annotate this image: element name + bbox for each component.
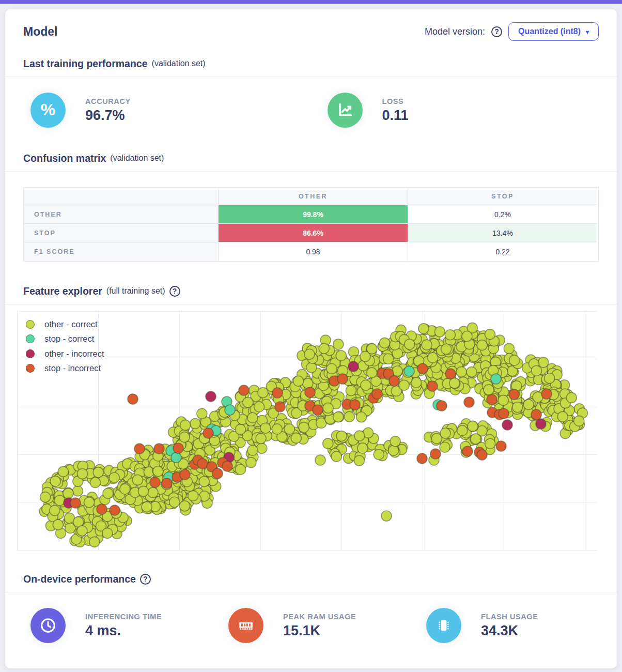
metric-halo bbox=[221, 601, 271, 650]
line-chart-icon bbox=[336, 101, 354, 119]
flash-usage-value: 34.3K bbox=[481, 623, 538, 639]
metric-halo bbox=[320, 85, 370, 135]
legend-swatch bbox=[26, 364, 35, 373]
legend-item-stop-incorrect[interactable]: stop - incorrect bbox=[26, 361, 104, 376]
matrix-col-other: OTHER bbox=[219, 188, 408, 205]
loss-value: 0.11 bbox=[382, 108, 409, 124]
confusion-matrix-heading: Confusion matrix (validation set) bbox=[5, 151, 617, 165]
ondevice-metrics-row: INFERENCING TIME 4 ms. bbox=[5, 601, 617, 650]
inferencing-time-value: 4 ms. bbox=[85, 623, 162, 639]
feature-explorer-chart[interactable]: other - correct stop - correct other - i… bbox=[5, 304, 617, 556]
loss-label: LOSS bbox=[382, 97, 409, 105]
flash-usage-metric: FLASH USAGE 34.3K bbox=[419, 601, 617, 650]
clock-icon bbox=[39, 616, 57, 635]
matrix-cell-other-other: 99.8% bbox=[219, 205, 408, 224]
chart-legend: other - correct stop - correct other - i… bbox=[26, 317, 104, 376]
matrix-row-label-stop: STOP bbox=[24, 224, 219, 242]
legend-item-stop-correct[interactable]: stop - correct bbox=[26, 332, 104, 347]
legend-swatch bbox=[26, 334, 35, 343]
confusion-matrix-title: Confusion matrix bbox=[23, 151, 106, 165]
feature-explorer-subtitle: (full training set) bbox=[106, 284, 165, 298]
page-title: Model bbox=[23, 25, 57, 39]
legend-label: stop - correct bbox=[44, 334, 94, 344]
ondevice-performance-title: On-device performance bbox=[23, 572, 136, 586]
loss-circle bbox=[328, 93, 363, 128]
matrix-row-label-other: OTHER bbox=[24, 205, 219, 224]
model-version-value: Quantized (int8) bbox=[518, 27, 581, 36]
divider bbox=[5, 171, 617, 172]
accuracy-metric: % ACCURACY 96.7% bbox=[23, 85, 320, 135]
flash-usage-label: FLASH USAGE bbox=[481, 613, 538, 621]
help-icon[interactable]: ? bbox=[169, 286, 180, 297]
help-icon[interactable]: ? bbox=[491, 26, 502, 37]
inferencing-time-metric: INFERENCING TIME 4 ms. bbox=[23, 601, 221, 650]
divider bbox=[5, 592, 617, 592]
help-icon[interactable]: ? bbox=[140, 574, 151, 585]
percent-icon: % bbox=[41, 100, 55, 119]
top-accent-bar bbox=[0, 0, 622, 4]
legend-swatch bbox=[26, 349, 35, 358]
feature-explorer-heading: Feature explorer (full training set) ? bbox=[5, 284, 617, 298]
loss-metric: LOSS 0.11 bbox=[320, 85, 617, 135]
peak-ram-value: 15.1K bbox=[283, 623, 356, 639]
accuracy-label: ACCURACY bbox=[85, 97, 131, 105]
ondevice-performance-heading: On-device performance ? bbox=[5, 572, 617, 586]
matrix-corner-cell bbox=[24, 188, 219, 205]
legend-item-other-incorrect[interactable]: other - incorrect bbox=[26, 346, 104, 361]
legend-label: other - correct bbox=[44, 319, 98, 329]
training-performance-heading: Last training performance (validation se… bbox=[5, 57, 617, 70]
training-performance-subtitle: (validation set) bbox=[152, 57, 206, 70]
legend-item-other-correct[interactable]: other - correct bbox=[26, 317, 104, 332]
confusion-matrix-table: OTHER STOP OTHER 99.8% 0.2% STOP 86.6% 1… bbox=[5, 187, 617, 262]
legend-label: other - incorrect bbox=[44, 349, 104, 359]
chevron-down-icon: ▾ bbox=[586, 28, 589, 36]
model-version-label: Model version: bbox=[425, 26, 485, 37]
panel-header: Model Model version: ? Quantized (int8) … bbox=[5, 9, 617, 42]
legend-label: stop - incorrect bbox=[44, 363, 101, 373]
confusion-matrix-subtitle: (validation set) bbox=[110, 151, 164, 165]
training-performance-title: Last training performance bbox=[23, 57, 148, 70]
peak-ram-label: PEAK RAM USAGE bbox=[283, 613, 356, 621]
training-metrics-row: % ACCURACY 96.7% LOSS 0.11 bbox=[5, 85, 617, 135]
peak-ram-circle bbox=[228, 608, 263, 643]
accuracy-value: 96.7% bbox=[85, 108, 131, 124]
matrix-col-stop: STOP bbox=[408, 188, 597, 205]
ram-icon bbox=[237, 616, 255, 635]
metric-halo bbox=[419, 601, 469, 650]
accuracy-circle: % bbox=[30, 93, 66, 128]
matrix-row-label-f1: F1 SCORE bbox=[24, 242, 219, 261]
feature-explorer-title: Feature explorer bbox=[23, 284, 102, 298]
legend-swatch bbox=[26, 320, 35, 329]
model-panel: Model Model version: ? Quantized (int8) … bbox=[5, 9, 617, 668]
metric-halo bbox=[23, 601, 73, 650]
matrix-cell-other-stop: 0.2% bbox=[408, 205, 597, 224]
inferencing-time-label: INFERENCING TIME bbox=[85, 613, 162, 621]
chip-icon bbox=[434, 616, 453, 635]
inferencing-time-circle bbox=[30, 608, 66, 643]
flash-usage-circle bbox=[426, 608, 461, 643]
matrix-cell-f1-stop: 0.22 bbox=[408, 242, 597, 261]
divider bbox=[5, 77, 617, 77]
matrix-cell-stop-stop: 13.4% bbox=[408, 224, 597, 242]
matrix-cell-f1-other: 0.98 bbox=[219, 242, 408, 261]
metric-halo: % bbox=[23, 85, 73, 135]
model-version-dropdown[interactable]: Quantized (int8) ▾ bbox=[508, 22, 599, 41]
matrix-cell-stop-other: 86.6% bbox=[219, 224, 408, 242]
peak-ram-metric: PEAK RAM USAGE 15.1K bbox=[221, 601, 419, 650]
